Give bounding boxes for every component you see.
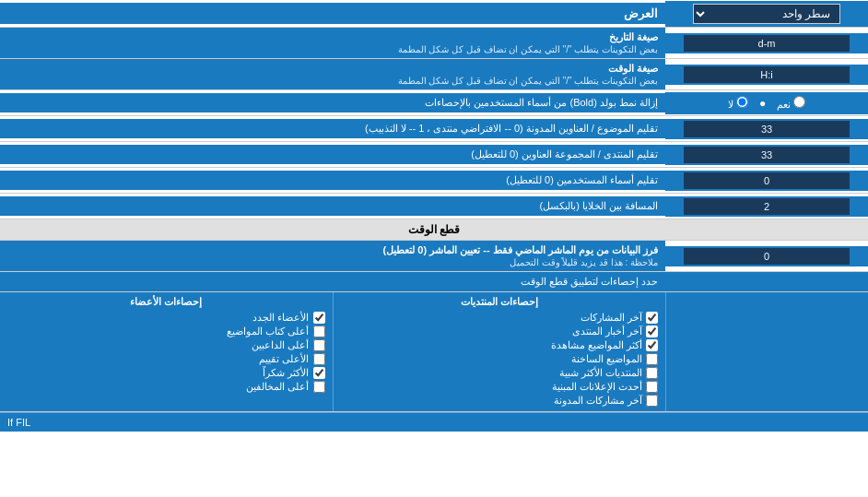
stats-section: إحصاءات المنتديات آخر المشاركات آخر أخبا… (0, 292, 868, 412)
stats-member-item-1: أعلى كتاب المواضيع (7, 325, 325, 338)
time-input-area[interactable] (665, 65, 868, 85)
if-fil-text: If FIL (7, 417, 30, 428)
bold-radio-group: نعم ● لا (721, 94, 813, 112)
username-trim-row: تقليم أسماء المستخدمين (0 للتعطيل) (0, 168, 868, 194)
date-format-label: صيغة التاريخ بعض التكوينات يتطلب "/" الت… (0, 28, 665, 58)
forum-trim-input[interactable] (684, 147, 850, 163)
stats-members-col: إحصاءات الأعضاء الأعضاء الجدد أعلى كتاب … (0, 292, 333, 411)
date-format-row: صيغة التاريخ بعض التكوينات يتطلب "/" الت… (0, 28, 868, 59)
display-select-area[interactable]: سطر واحد سطرين ثلاثة أسطر (665, 1, 868, 27)
limit-stats-row: حدد إحصاءات لتطبيق قطع الوقت (0, 272, 868, 292)
stats-member-item-2: أعلى الداعبين (7, 338, 325, 352)
stats-posts-title: إحصاءات المنتديات (341, 296, 659, 308)
column-gap-label: المسافة بين الخلايا (بالبكسل) (0, 196, 665, 216)
cutoff-days-input[interactable] (684, 248, 850, 265)
forum-trim-row: تقليم المنتدى / المجموعة العناوين (0 للت… (0, 142, 868, 168)
time-format-input[interactable] (684, 66, 850, 83)
stats-post-cb-6[interactable] (646, 395, 658, 407)
stats-post-item-5: أحدث الإعلانات المبنية (341, 380, 659, 394)
stats-member-item-3: الأعلى تقييم (7, 352, 325, 366)
if-fil-row: If FIL (0, 412, 868, 432)
topic-order-input[interactable] (684, 121, 850, 137)
stats-member-cb-0[interactable] (313, 312, 325, 324)
stats-member-cb-3[interactable] (313, 353, 325, 365)
stats-post-item-1: آخر أخبار المنتدى (341, 325, 659, 338)
main-container: سطر واحد سطرين ثلاثة أسطر العرض صيغة الت… (0, 0, 868, 432)
cutoff-section-header: قطع الوقت (0, 219, 868, 241)
username-trim-label: تقليم أسماء المستخدمين (0 للتعطيل) (0, 171, 665, 190)
display-label: العرض (0, 3, 665, 24)
header-row: سطر واحد سطرين ثلاثة أسطر العرض (0, 0, 868, 28)
stats-member-item-0: الأعضاء الجدد (7, 311, 325, 325)
column-gap-row: المسافة بين الخلايا (بالبكسل) (0, 194, 868, 219)
stats-post-item-3: المواضيع الساخنة (341, 352, 659, 366)
cutoff-days-label: فرز البيانات من يوم الماشر الماضي فقط --… (0, 241, 665, 271)
stats-post-cb-2[interactable] (646, 339, 658, 351)
cutoff-days-row: فرز البيانات من يوم الماشر الماضي فقط --… (0, 241, 868, 272)
stats-member-cb-2[interactable] (313, 339, 325, 351)
stats-post-cb-0[interactable] (646, 312, 658, 324)
column-gap-input[interactable] (684, 198, 850, 215)
stats-post-cb-1[interactable] (646, 325, 658, 337)
bold-no-radio[interactable] (736, 96, 748, 108)
stats-member-item-5: أعلى المخالفين (7, 380, 325, 394)
username-trim-input[interactable] (684, 172, 850, 189)
date-format-input[interactable] (684, 35, 850, 52)
time-format-row: صيغة الوقت بعض التكوينات يتطلب "/" التي … (0, 59, 868, 90)
stats-post-item-2: أكثر المواضيع مشاهدة (341, 338, 659, 352)
stats-member-cb-5[interactable] (313, 381, 325, 393)
forum-trim-label: تقليم المنتدى / المجموعة العناوين (0 للت… (0, 145, 665, 164)
date-input-area[interactable] (665, 33, 868, 53)
username-trim-input-area[interactable] (665, 171, 868, 191)
stats-member-cb-4[interactable] (313, 367, 325, 379)
stats-members-title: إحصاءات الأعضاء (7, 296, 325, 308)
stats-post-cb-5[interactable] (646, 381, 658, 393)
stats-post-cb-3[interactable] (646, 353, 658, 365)
stats-post-item-4: المنتديات الأكثر شبية (341, 366, 659, 380)
display-dropdown[interactable]: سطر واحد سطرين ثلاثة أسطر (693, 4, 840, 24)
stats-empty-col (665, 292, 868, 411)
bold-remove-label: إزالة نمط بولد (Bold) من أسماء المستخدمي… (0, 93, 665, 112)
stats-post-item-6: آخر مشاركات المدونة (341, 394, 659, 408)
bold-remove-row: نعم ● لا إزالة نمط بولد (Bold) من أسماء … (0, 90, 868, 116)
topic-order-row: تقليم الموضوع / العناوين المدونة (0 -- ا… (0, 116, 868, 142)
column-gap-input-area[interactable] (665, 196, 868, 217)
bold-radio-area: نعم ● لا (665, 92, 868, 114)
limit-stats-label: حدد إحصاءات لتطبيق قطع الوقت (7, 276, 658, 288)
cutoff-days-input-area[interactable] (665, 246, 868, 266)
bold-yes-label[interactable]: نعم (777, 96, 805, 111)
stats-member-item-4: الأكثر شكراً (7, 366, 325, 380)
stats-member-cb-1[interactable] (313, 325, 325, 337)
bold-yes-radio[interactable] (793, 96, 805, 108)
forum-trim-input-area[interactable] (665, 145, 868, 165)
stats-post-cb-4[interactable] (646, 367, 658, 379)
topic-order-label: تقليم الموضوع / العناوين المدونة (0 -- ا… (0, 119, 665, 138)
time-format-label: صيغة الوقت بعض التكوينات يتطلب "/" التي … (0, 59, 665, 89)
stats-posts-col: إحصاءات المنتديات آخر المشاركات آخر أخبا… (333, 292, 666, 411)
topic-order-input-area[interactable] (665, 119, 868, 139)
bold-no-label[interactable]: لا (728, 96, 748, 111)
stats-post-item-0: آخر المشاركات (341, 311, 659, 325)
